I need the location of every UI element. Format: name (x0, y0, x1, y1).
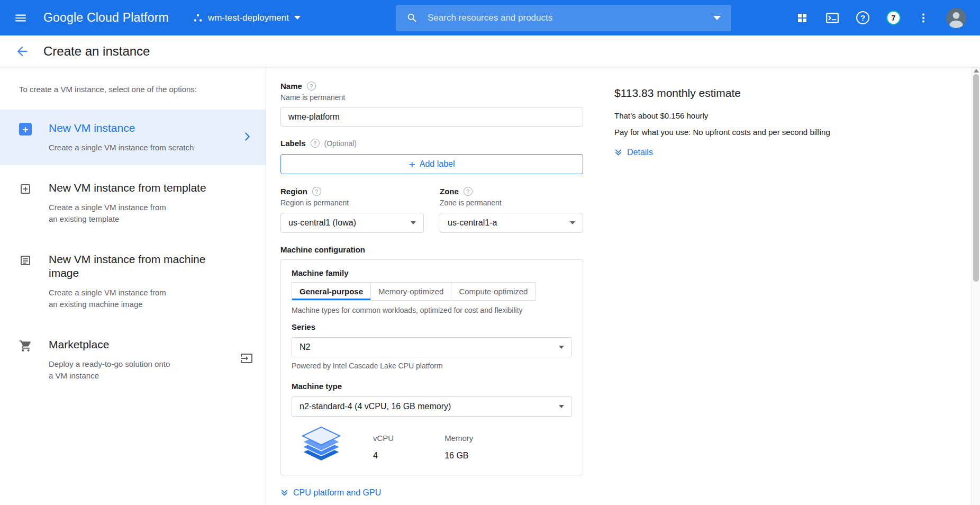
labels-label: Labels (280, 139, 306, 148)
series-select-value: N2 (300, 342, 310, 352)
apps-grid-button[interactable] (796, 12, 809, 24)
expand-more-icon (614, 148, 622, 157)
estimate-details-link-text: Details (627, 148, 653, 157)
zone-note: Zone is permanent (440, 199, 583, 207)
add-label-button-text: Add label (420, 159, 455, 169)
machine-family-label: Machine family (292, 268, 572, 277)
add-label-button[interactable]: + Add label (280, 154, 583, 174)
account-avatar[interactable] (946, 8, 966, 28)
zone-label: Zone (440, 187, 459, 196)
estimate-title: $113.83 monthly estimate (614, 87, 847, 100)
vcpu-summary: vCPU 4 (373, 426, 394, 461)
back-button[interactable] (15, 44, 30, 59)
cpu-platform-gpu-row: CPU platform and GPU (280, 488, 583, 499)
memory-value: 16 GB (444, 451, 473, 461)
project-icon (193, 13, 203, 23)
estimate-details-row: Details (614, 148, 847, 159)
name-help-icon[interactable]: ? (307, 82, 316, 91)
region-select[interactable]: us-central1 (Iowa) (280, 213, 424, 233)
sidebar-option-new-vm-instance[interactable]: + New VM instance Create a single VM ins… (0, 110, 266, 165)
shopping-cart-icon (19, 339, 32, 353)
machine-summary: vCPU 4 Memory 16 GB (292, 425, 572, 467)
region-field: Region ? Region is permanent us-central1… (280, 187, 424, 233)
vcpu-label: vCPU (373, 434, 394, 443)
sidebar-intro: To create a VM instance, select one of t… (0, 85, 266, 94)
help-button[interactable]: ? (856, 11, 869, 24)
zone-select-value: us-central1-a (448, 218, 497, 228)
hamburger-menu-button[interactable] (14, 11, 28, 25)
search-input[interactable] (428, 13, 713, 23)
instance-name-input[interactable] (280, 107, 583, 127)
zone-help-icon[interactable]: ? (464, 187, 473, 196)
zone-field: Zone ? Zone is permanent us-central1-a (440, 187, 583, 233)
tab-memory-optimized[interactable]: Memory-optimized (370, 282, 451, 301)
more-options-button[interactable] (918, 12, 929, 24)
option-description: Create a single VM instance from an exis… (49, 287, 176, 310)
machine-family-note: Machine types for common workloads, opti… (292, 306, 572, 314)
option-text: Marketplace Deploy a ready-to-go solutio… (49, 338, 236, 382)
instance-form: Name ? Name is permanent Labels ? (Optio… (280, 82, 583, 505)
series-select[interactable]: N2 (292, 337, 572, 357)
chevron-down-icon (570, 221, 575, 224)
grid-icon (796, 12, 809, 24)
option-chevron (241, 131, 253, 145)
name-field: Name ? Name is permanent (280, 82, 583, 127)
cost-estimate-panel: $113.83 monthly estimate That’s about $0… (614, 67, 847, 505)
chevron-right-icon (241, 131, 253, 142)
sidebar-option-marketplace[interactable]: Marketplace Deploy a ready-to-go solutio… (0, 326, 266, 393)
option-description: Deploy a ready-to-go solution onto a VM … (49, 358, 176, 382)
option-title: New VM instance (49, 121, 213, 135)
sidebar: To create a VM instance, select one of t… (0, 67, 266, 505)
project-dropdown-arrow-icon (294, 16, 301, 20)
machine-image-icon (19, 254, 32, 267)
option-title: New VM instance from template (49, 181, 213, 195)
series-label: Series (292, 322, 572, 331)
region-select-value: us-central1 (Iowa) (288, 218, 356, 228)
machine-type-select[interactable]: n2-standard-4 (4 vCPU, 16 GB memory) (292, 396, 572, 417)
machine-configuration-label: Machine configuration (280, 245, 583, 254)
machine-configuration-card: Machine family General-purpose Memory-op… (280, 259, 583, 475)
option-description: Create a single VM instance from an exis… (49, 202, 176, 225)
hamburger-icon (14, 11, 28, 25)
name-note: Name is permanent (280, 93, 583, 102)
cloud-shell-button[interactable] (825, 11, 839, 25)
estimate-hourly: That’s about $0.156 hourly (614, 111, 847, 120)
scrollbar[interactable] (972, 67, 980, 505)
kebab-menu-icon (918, 12, 929, 24)
notification-badge: 7 (886, 11, 901, 25)
project-selector[interactable]: wm-test-deployment (193, 13, 301, 23)
sidebar-option-new-vm-from-machine-image[interactable]: New VM instance from machine image Creat… (0, 241, 266, 322)
search-dropdown-arrow-icon[interactable] (713, 16, 721, 20)
region-help-icon[interactable]: ? (312, 187, 321, 196)
template-icon-wrap (19, 181, 35, 197)
zone-select[interactable]: us-central1-a (440, 213, 583, 233)
person-icon (946, 8, 966, 28)
page-title: Create an instance (43, 44, 150, 59)
scrollbar-up-arrow-icon[interactable] (974, 69, 979, 73)
notifications-button[interactable]: 7 (886, 11, 901, 25)
series-field: Series N2 Powered by Intel Cascade Lake … (292, 322, 572, 370)
memory-summary: Memory 16 GB (444, 426, 473, 461)
app-header: Google Cloud Platform wm-test-deployment (0, 0, 980, 35)
estimate-details-link[interactable]: Details (614, 148, 653, 157)
option-text: New VM instance from template Create a s… (49, 181, 253, 225)
name-label: Name (280, 82, 302, 91)
tab-compute-optimized[interactable]: Compute-optimized (451, 282, 536, 301)
header-actions: ? 7 (796, 8, 966, 28)
vm-layers-illustration (300, 426, 342, 465)
machine-image-icon-wrap (19, 252, 35, 269)
arrow-back-icon (15, 44, 30, 59)
search-bar[interactable] (396, 5, 731, 31)
project-name: wm-test-deployment (208, 13, 289, 23)
region-note: Region is permanent (280, 199, 424, 207)
scrollbar-thumb[interactable] (973, 74, 979, 282)
option-title: New VM instance from machine image (49, 252, 213, 281)
cpu-platform-gpu-link[interactable]: CPU platform and GPU (280, 488, 381, 498)
labels-help-icon[interactable]: ? (311, 139, 320, 148)
sidebar-option-new-vm-from-template[interactable]: New VM instance from template Create a s… (0, 169, 266, 237)
tab-general-purpose[interactable]: General-purpose (292, 282, 371, 301)
vm-add-icon-wrap: + (19, 121, 35, 136)
option-description: Create a single VM instance from scratch (49, 142, 207, 154)
search-icon (406, 12, 418, 24)
vm-add-icon: + (19, 123, 32, 136)
